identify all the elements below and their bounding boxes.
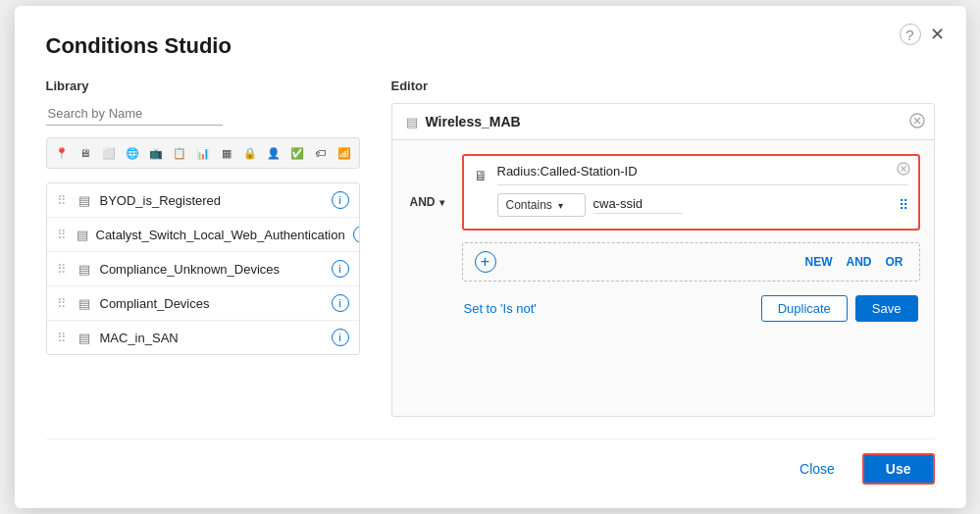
- item-type-icon: ▤: [77, 262, 92, 277]
- operator-select[interactable]: Contains ▾: [497, 193, 586, 217]
- use-button[interactable]: Use: [862, 453, 935, 485]
- drag-handle-icon: ⠿: [57, 228, 67, 242]
- filter-display-icon[interactable]: 📺: [145, 142, 167, 164]
- editor-body: AND ▾: [392, 140, 934, 335]
- condition-card: 🖥 Radius:Called-Station-ID Contains ▾ c: [462, 154, 920, 322]
- condition-value-row: Contains ▾ cwa-ssid ⠿: [497, 193, 908, 217]
- list-item[interactable]: ⠿ ▤ Catalyst_Switch_Local_Web_Authentica…: [47, 218, 359, 252]
- filter-wifi-icon[interactable]: 📶: [334, 142, 355, 164]
- main-content: Library 📍 🖥 ⬜ 🌐 📺 📋 📊 ▦ 🔒 👤 ✅ 🏷 📶: [46, 78, 935, 417]
- list-item[interactable]: ⠿ ▤ MAC_in_SAN i: [47, 321, 359, 354]
- and-action-button[interactable]: AND: [843, 253, 876, 271]
- info-icon[interactable]: i: [332, 329, 349, 346]
- editor-header-doc-icon: ▤: [406, 115, 418, 129]
- editor-panel: Editor ▤ Wireless_MAB: [360, 78, 935, 417]
- chevron-down-icon: ▾: [558, 200, 563, 211]
- add-row-actions: NEW AND OR: [801, 253, 907, 271]
- editor-footer-row: Set to 'Is not' Duplicate Save: [462, 295, 920, 322]
- library-panel: Library 📍 🖥 ⬜ 🌐 📺 📋 📊 ▦ 🔒 👤 ✅ 🏷 📶: [46, 78, 360, 417]
- filter-tag-icon[interactable]: 🏷: [310, 142, 332, 164]
- icon-toolbar: 📍 🖥 ⬜ 🌐 📺 📋 📊 ▦ 🔒 👤 ✅ 🏷 📶: [46, 137, 360, 169]
- list-item[interactable]: ⠿ ▤ Compliant_Devices i: [47, 286, 359, 321]
- condition-value: cwa-ssid: [593, 196, 682, 214]
- item-label: MAC_in_SAN: [100, 331, 324, 345]
- filter-user-icon[interactable]: 👤: [263, 142, 284, 164]
- condition-inner: 🖥 Radius:Called-Station-ID Contains ▾ c: [462, 154, 920, 231]
- and-label: AND: [410, 195, 436, 209]
- set-is-not-button[interactable]: Set to 'Is not': [464, 301, 537, 316]
- filter-check-icon[interactable]: ✅: [286, 142, 308, 164]
- dialog-title: Conditions Studio: [46, 33, 935, 59]
- condition-attribute: Radius:Called-Station-ID: [497, 164, 908, 185]
- filter-monitor-icon[interactable]: 🖥: [75, 142, 96, 164]
- condition-close-button[interactable]: [897, 162, 910, 179]
- add-condition-button[interactable]: +: [475, 251, 496, 273]
- filter-grid-icon[interactable]: ▦: [216, 142, 237, 164]
- filter-square-icon[interactable]: ⬜: [98, 142, 120, 164]
- filter-chart-icon[interactable]: 📊: [192, 142, 214, 164]
- editor-header: ▤ Wireless_MAB: [392, 104, 934, 140]
- operator-label: Contains: [506, 198, 552, 212]
- info-icon[interactable]: i: [353, 226, 360, 243]
- library-label: Library: [46, 78, 360, 93]
- info-icon[interactable]: i: [332, 191, 349, 209]
- drag-handle-icon: ⠿: [57, 193, 67, 208]
- duplicate-button[interactable]: Duplicate: [761, 295, 848, 322]
- item-label: Compliant_Devices: [100, 296, 324, 311]
- dialog-footer: Close Use: [46, 438, 935, 485]
- conditions-studio-dialog: Conditions Studio ? ✕ Library 📍 🖥 ⬜ 🌐 📺 …: [15, 6, 966, 508]
- close-x-button[interactable]: ✕: [927, 24, 949, 45]
- drag-handle-icon: ⠿: [57, 331, 67, 345]
- filter-lock-icon[interactable]: 🔒: [239, 142, 261, 164]
- and-badge-wrap: AND ▾: [406, 154, 448, 322]
- item-type-icon: ▤: [77, 331, 92, 345]
- new-action-button[interactable]: NEW: [801, 253, 837, 271]
- condition-device-row: 🖥 Radius:Called-Station-ID Contains ▾ c: [474, 164, 908, 217]
- help-button[interactable]: ?: [900, 24, 921, 45]
- editor-condition-name: Wireless_MAB: [426, 114, 521, 129]
- condition-device-icon: 🖥: [474, 168, 488, 183]
- chevron-down-icon: ▾: [439, 197, 444, 208]
- item-label: Catalyst_Switch_Local_Web_Authentication: [96, 228, 345, 242]
- filter-clipboard-icon[interactable]: 📋: [169, 142, 190, 164]
- search-input[interactable]: [46, 103, 223, 126]
- info-icon[interactable]: i: [332, 260, 349, 278]
- item-label: Compliance_Unknown_Devices: [100, 262, 324, 277]
- info-icon[interactable]: i: [332, 294, 349, 312]
- editor-outer-close-button[interactable]: [908, 112, 926, 129]
- item-type-icon: ▤: [77, 228, 88, 242]
- condition-dots-icon[interactable]: ⠿: [899, 197, 908, 213]
- and-operator-button[interactable]: AND ▾: [406, 193, 448, 211]
- condition-fields: Radius:Called-Station-ID Contains ▾ cwa-…: [497, 164, 908, 217]
- library-list: ⠿ ▤ BYOD_is_Registered i ⠿ ▤ Catalyst_Sw…: [46, 182, 360, 355]
- list-item[interactable]: ⠿ ▤ BYOD_is_Registered i: [47, 183, 359, 218]
- save-button[interactable]: Save: [855, 295, 918, 322]
- item-type-icon: ▤: [77, 296, 92, 311]
- editor-action-buttons: Duplicate Save: [761, 295, 918, 322]
- editor-content: ▤ Wireless_MAB AND ▾: [391, 103, 935, 417]
- item-label: BYOD_is_Registered: [100, 193, 324, 208]
- add-row-area: + NEW AND OR: [462, 242, 920, 282]
- filter-location-icon[interactable]: 📍: [51, 142, 73, 164]
- editor-label: Editor: [391, 78, 935, 93]
- filter-globe-icon[interactable]: 🌐: [122, 142, 143, 164]
- or-action-button[interactable]: OR: [882, 253, 907, 271]
- close-button[interactable]: Close: [782, 455, 852, 483]
- item-type-icon: ▤: [77, 193, 92, 208]
- list-item[interactable]: ⠿ ▤ Compliance_Unknown_Devices i: [47, 252, 359, 286]
- drag-handle-icon: ⠿: [57, 262, 67, 277]
- drag-handle-icon: ⠿: [57, 296, 67, 311]
